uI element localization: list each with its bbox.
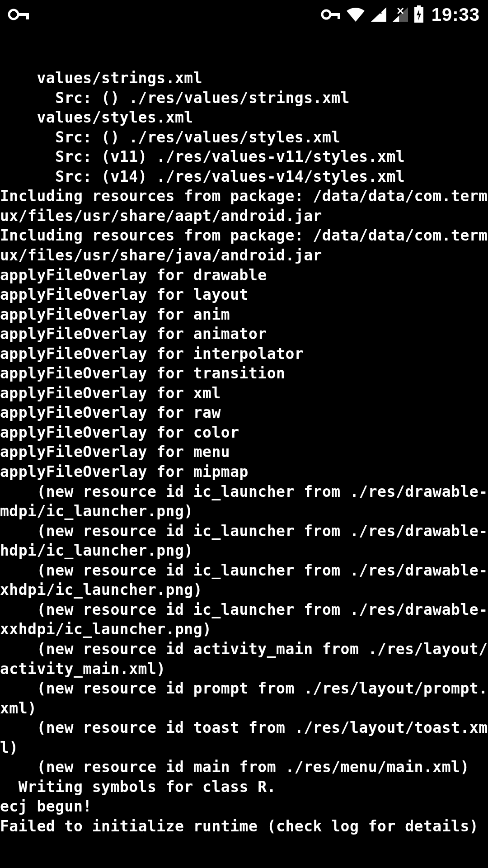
wifi-icon [346, 6, 366, 23]
cellular-signal-1-icon: ✕ [370, 6, 387, 23]
status-clock: 19:33 [432, 5, 480, 25]
svg-text:✕: ✕ [375, 6, 383, 17]
svg-text:✕: ✕ [396, 6, 404, 17]
status-bar: ✕ ✕ 19:33 [0, 0, 488, 29]
cellular-signal-2-icon: ✕ [392, 6, 409, 23]
svg-point-3 [322, 10, 330, 19]
status-left [8, 8, 30, 21]
vpn-key-icon [8, 8, 30, 21]
svg-rect-2 [26, 13, 29, 19]
vpn-key-icon [321, 9, 341, 20]
status-right: ✕ ✕ 19:33 [321, 5, 480, 25]
svg-rect-8 [417, 5, 421, 7]
battery-charging-icon [413, 5, 424, 24]
terminal-view[interactable]: values/strings.xml Src: () ./res/values/… [0, 29, 488, 868]
svg-rect-5 [338, 13, 340, 19]
terminal-output: values/strings.xml Src: () ./res/values/… [0, 68, 488, 836]
svg-point-0 [9, 10, 18, 19]
